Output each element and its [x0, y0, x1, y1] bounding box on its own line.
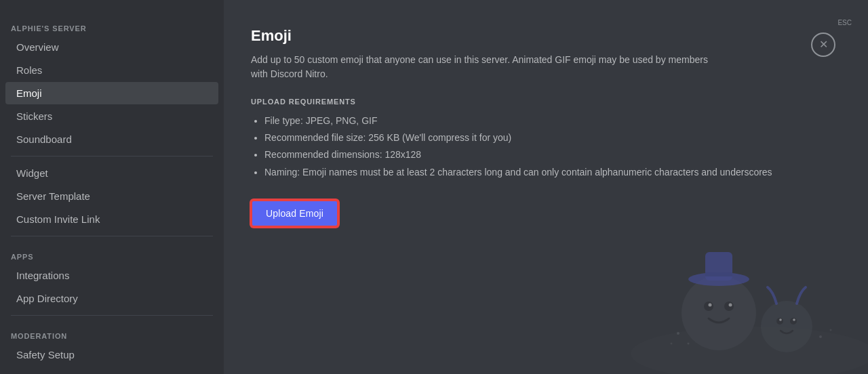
requirement-item: Recommended dimensions: 128x128 — [264, 146, 841, 163]
esc-label: ESC — [837, 19, 852, 26]
sidebar-item-label: Emoji — [16, 87, 42, 99]
close-button[interactable]: ✕ — [811, 33, 835, 57]
sidebar: ALPHIE'S SERVER Overview Roles Emoji Sti… — [0, 0, 224, 374]
sidebar-item-emoji[interactable]: Emoji — [5, 82, 218, 104]
svg-point-18 — [830, 329, 832, 331]
requirement-item: Naming: Emoji names must be at least 2 c… — [264, 164, 841, 181]
sidebar-item-server-template[interactable]: Server Template — [5, 185, 218, 207]
sidebar-item-stickers[interactable]: Stickers — [5, 105, 218, 127]
emoji-illustration — [583, 252, 868, 374]
svg-point-9 — [761, 301, 812, 352]
sidebar-item-widget[interactable]: Widget — [5, 162, 218, 184]
sidebar-item-label: Stickers — [16, 110, 52, 122]
svg-point-3 — [724, 302, 734, 311]
requirements-list: File type: JPEG, PNG, GIF Recommended fi… — [251, 112, 841, 181]
sidebar-item-label: Custom Invite Link — [16, 213, 100, 225]
sidebar-item-app-directory[interactable]: App Directory — [5, 287, 218, 310]
sidebar-item-label: Safety Setup — [16, 349, 75, 360]
sidebar-divider-moderation — [11, 315, 213, 316]
svg-point-15 — [688, 343, 690, 345]
sidebar-item-integrations[interactable]: Integrations — [5, 264, 218, 287]
apps-label: APPS — [0, 242, 224, 264]
sidebar-item-label: Soundboard — [16, 133, 72, 145]
svg-point-13 — [793, 318, 795, 321]
svg-point-10 — [776, 318, 783, 325]
sidebar-item-label: Widget — [16, 167, 48, 179]
sidebar-item-safety-setup[interactable]: Safety Setup — [5, 344, 218, 366]
sidebar-item-label: Server Template — [16, 190, 90, 202]
svg-point-17 — [819, 335, 822, 338]
sidebar-divider — [11, 156, 213, 157]
sidebar-item-custom-invite-link[interactable]: Custom Invite Link — [5, 208, 218, 230]
sidebar-item-overview[interactable]: Overview — [5, 36, 218, 58]
server-name-label: ALPHIE'S SERVER — [0, 14, 224, 35]
requirement-item: File type: JPEG, PNG, GIF — [264, 112, 841, 129]
requirements-label: UPLOAD REQUIREMENTS — [251, 98, 841, 106]
page-description: Add up to 50 custom emoji that anyone ca… — [251, 53, 726, 81]
svg-point-4 — [709, 304, 712, 307]
sidebar-item-label: App Directory — [16, 293, 78, 304]
sidebar-item-roles[interactable]: Roles — [5, 59, 218, 81]
sidebar-item-label: Integrations — [16, 270, 69, 281]
requirement-item: Recommended file size: 256 KB (We'll com… — [264, 129, 841, 146]
svg-point-14 — [677, 332, 679, 335]
sidebar-item-label: Overview — [16, 41, 59, 53]
svg-point-5 — [729, 304, 732, 307]
svg-point-2 — [704, 302, 713, 311]
sidebar-divider-apps — [11, 236, 213, 236]
svg-point-12 — [779, 318, 782, 321]
svg-point-11 — [790, 318, 797, 325]
close-button-wrapper: ✕ ESC — [837, 16, 852, 26]
close-icon: ✕ — [819, 39, 828, 50]
main-content: ✕ ESC Emoji Add up to 50 custom emoji th… — [224, 0, 868, 374]
sidebar-item-label: Roles — [16, 64, 42, 76]
sidebar-item-soundboard[interactable]: Soundboard — [5, 128, 218, 150]
svg-point-1 — [682, 276, 756, 350]
upload-emoji-button[interactable]: Upload Emoji — [251, 200, 338, 227]
moderation-label: MODERATION — [0, 321, 224, 343]
svg-point-16 — [671, 343, 673, 345]
svg-rect-8 — [705, 272, 732, 276]
page-title: Emoji — [251, 27, 841, 45]
illustration-area — [563, 252, 868, 374]
